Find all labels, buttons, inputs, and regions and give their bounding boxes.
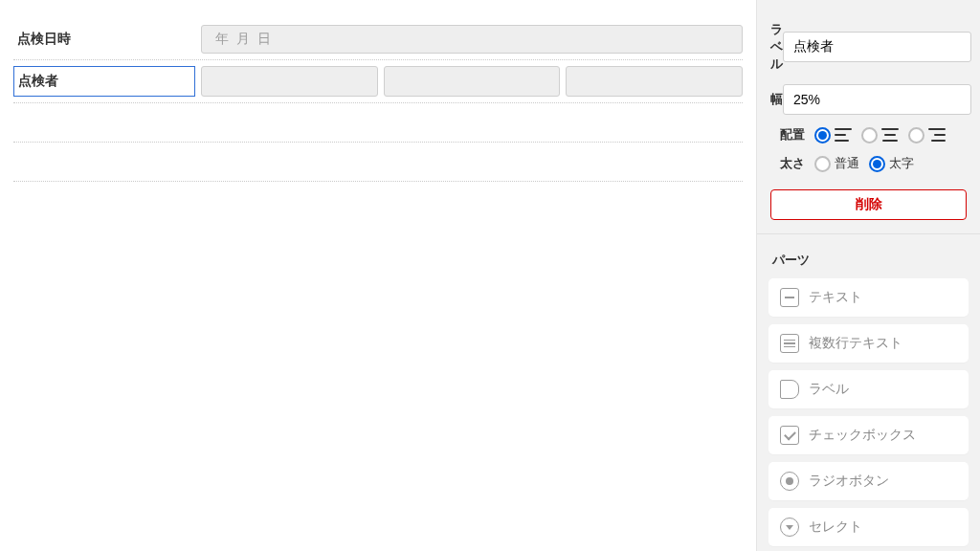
multiline-icon <box>780 334 799 353</box>
align-left-radio[interactable] <box>814 127 852 143</box>
parts-list: テキスト 複数行テキスト ラベル チェックボックス ラジオボタン セレクト <box>757 278 980 546</box>
part-label[interactable]: ラベル <box>768 370 969 408</box>
part-multiline[interactable]: 複数行テキスト <box>768 324 969 363</box>
prop-label-width: 幅 <box>770 91 783 108</box>
form-canvas: 点検日時 年 月 日 点検者 <box>0 0 756 551</box>
part-label: テキスト <box>809 289 862 306</box>
weight-normal-radio[interactable]: 普通 <box>814 155 859 172</box>
part-radio[interactable]: ラジオボタン <box>768 462 969 500</box>
part-checkbox[interactable]: チェックボックス <box>768 416 969 454</box>
field-box[interactable] <box>384 66 561 97</box>
parts-title: パーツ <box>757 234 980 278</box>
prop-label-weight: 太さ <box>770 155 814 172</box>
label-input[interactable] <box>783 32 971 62</box>
field-placeholder-date[interactable]: 年 月 日 <box>201 25 743 54</box>
weight-bold-label: 太字 <box>889 155 914 172</box>
form-row[interactable]: 点検者 <box>13 60 743 103</box>
width-input[interactable] <box>783 84 971 115</box>
part-text[interactable]: テキスト <box>768 278 969 317</box>
part-label: ラベル <box>809 381 849 398</box>
align-center-radio[interactable] <box>861 127 899 143</box>
form-row-empty[interactable] <box>13 143 743 182</box>
delete-button[interactable]: 削除 <box>770 189 967 220</box>
prop-label-label: ラベル <box>770 21 783 73</box>
part-label: セレクト <box>809 518 862 536</box>
checkbox-icon <box>780 426 799 445</box>
weight-bold-radio[interactable]: 太字 <box>869 155 914 172</box>
row-label-datetime[interactable]: 点検日時 <box>13 25 195 54</box>
align-left-icon <box>835 128 852 142</box>
align-right-radio[interactable] <box>908 127 946 143</box>
align-center-icon <box>881 128 899 142</box>
field-box[interactable] <box>201 66 378 97</box>
part-select[interactable]: セレクト <box>768 508 969 546</box>
properties-sidebar: ラベル 幅 配置 <box>756 0 980 551</box>
align-right-icon <box>928 128 946 142</box>
select-icon <box>780 518 799 537</box>
radio-icon <box>780 472 799 491</box>
prop-label-align: 配置 <box>770 126 814 143</box>
label-icon <box>780 380 799 399</box>
part-label: ラジオボタン <box>809 473 889 490</box>
form-row[interactable]: 点検日時 年 月 日 <box>13 19 743 60</box>
row-label-inspector[interactable]: 点検者 <box>13 66 195 97</box>
part-label: チェックボックス <box>809 427 916 444</box>
properties-section: ラベル 幅 配置 <box>757 21 980 234</box>
form-row-empty[interactable] <box>13 103 743 143</box>
field-box[interactable] <box>566 66 743 97</box>
weight-normal-label: 普通 <box>835 155 859 172</box>
text-icon <box>780 288 799 307</box>
part-label: 複数行テキスト <box>809 335 902 352</box>
